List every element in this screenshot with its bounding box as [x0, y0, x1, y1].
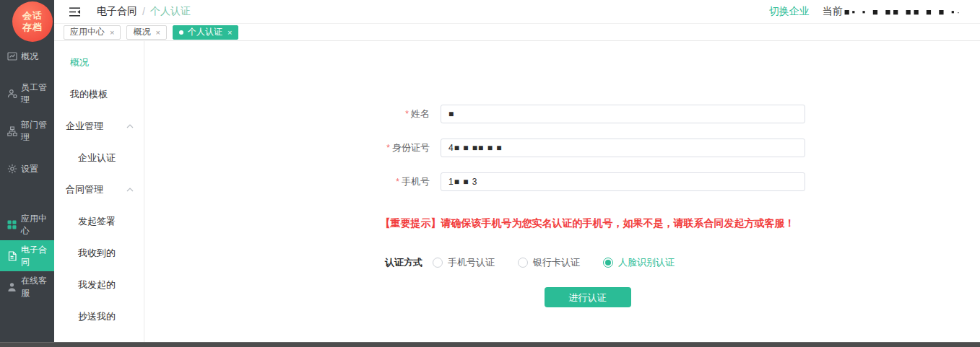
menu-item-label: 发起签署: [78, 215, 116, 228]
auth-method-row: 认证方式 手机号认证 银行卡认证 人脸识别认证: [385, 256, 980, 269]
radio-face-auth[interactable]: 人脸识别认证: [603, 256, 675, 269]
radio-label: 银行卡认证: [533, 256, 580, 269]
tab-app-center[interactable]: 应用中心 ×: [64, 25, 121, 40]
menu-item-label: 企业认证: [78, 151, 116, 164]
id-number-label: *身份证号: [144, 141, 441, 154]
tab-bar: 应用中心 × 概况 × 个人认证 ×: [54, 24, 980, 41]
menu-item-label: 概况: [70, 56, 89, 69]
sidebar-item-departments[interactable]: 部门管理: [0, 113, 54, 150]
primary-sidebar: 会话 存档 概况 员工管理 部门管理: [0, 0, 54, 347]
name-value: ■: [448, 109, 454, 119]
gear-icon: [6, 164, 17, 175]
menu-item-initiated[interactable]: 我发起的: [54, 269, 144, 301]
personal-auth-form: *姓名 ■ *身份证号 4■ ■ ■■ ■ ■ *手机号: [144, 41, 980, 307]
sidebar-item-label: 部门管理: [21, 119, 54, 144]
chevron-up-icon: [126, 188, 134, 192]
radio-phone-auth[interactable]: 手机号认证: [433, 256, 495, 269]
auth-method-label: 认证方式: [385, 256, 422, 269]
customer-service-icon: [6, 281, 17, 292]
current-company-prefix: 当前: [823, 5, 843, 18]
phone-label: *手机号: [144, 175, 441, 188]
chevron-up-icon: [126, 124, 134, 128]
close-icon[interactable]: ×: [155, 28, 160, 37]
radio-label: 手机号认证: [448, 256, 495, 269]
breadcrumb-section[interactable]: 电子合同: [97, 5, 137, 18]
radio-selected-icon: [603, 258, 613, 268]
menu-item-received[interactable]: 我收到的: [54, 237, 144, 269]
menu-item-label: 抄送我的: [78, 310, 116, 323]
topbar-right: 切换企业 当前 ■▪ ▪ ■ ■■ ■■ ■ ■ ▪·: [769, 5, 962, 18]
menu-item-overview[interactable]: 概况: [54, 47, 144, 79]
primary-nav-top: 概况 员工管理 部门管理 设置: [0, 38, 54, 188]
menu-item-cc-me[interactable]: 抄送我的: [54, 301, 144, 333]
tab-personal-auth[interactable]: 个人认证 ×: [173, 25, 238, 40]
menu-item-label: 我发起的: [78, 278, 116, 291]
sidebar-item-overview[interactable]: 概况: [0, 38, 54, 75]
breadcrumb-separator: /: [142, 6, 145, 17]
required-asterisk: *: [386, 143, 390, 153]
switch-company-link[interactable]: 切换企业: [769, 5, 810, 18]
menu-item-label: 我收到的: [78, 247, 116, 260]
sidebar-item-app-center[interactable]: 应用中心: [0, 209, 54, 240]
menu-fold-icon[interactable]: [69, 6, 81, 17]
employee-icon: [6, 89, 17, 100]
important-notice: 【重要提示】请确保该手机号为您实名认证的手机号，如果不是，请联系合同发起方或客服…: [195, 217, 980, 230]
menu-item-my-templates[interactable]: 我的模板: [54, 79, 144, 110]
close-icon[interactable]: ×: [227, 28, 232, 37]
name-label: *姓名: [144, 107, 441, 120]
sidebar-item-settings[interactable]: 设置: [0, 150, 54, 188]
org-tree-icon: [6, 126, 17, 137]
form-row-name: *姓名 ■: [144, 105, 980, 123]
sidebar-item-label: 应用中心: [21, 213, 54, 237]
main-content: *姓名 ■ *身份证号 4■ ■ ■■ ■ ■ *手机号: [144, 41, 980, 342]
menu-group-contract-mgmt[interactable]: 合同管理: [54, 174, 144, 206]
sidebar-item-label: 员工管理: [21, 82, 54, 106]
sidebar-item-label: 在线客服: [21, 275, 54, 299]
line-chart-icon: [6, 51, 17, 62]
menu-item-enterprise-auth[interactable]: 企业认证: [54, 142, 144, 174]
horizontal-scrollbar[interactable]: [0, 342, 980, 347]
current-company: 当前 ■▪ ▪ ■ ■■ ■■ ■ ■ ▪·: [823, 5, 962, 18]
radio-icon: [433, 258, 443, 268]
top-bar: 电子合同 / 个人认证 切换企业 当前 ■▪ ▪ ■ ■■ ■■ ■ ■ ▪·: [54, 0, 980, 24]
primary-nav-bottom: 应用中心 电子合同 在线客服: [0, 209, 54, 302]
contract-doc-icon: [6, 250, 17, 261]
menu-group-enterprise-mgmt[interactable]: 企业管理: [54, 110, 144, 142]
close-icon[interactable]: ×: [110, 28, 114, 37]
app-screen: 会话 存档 概况 员工管理 部门管理: [0, 0, 980, 347]
radio-icon: [518, 258, 528, 268]
required-asterisk: *: [405, 109, 409, 119]
start-auth-button[interactable]: 进行认证: [545, 287, 631, 307]
sidebar-item-customer-service[interactable]: 在线客服: [0, 271, 54, 302]
id-number-value: 4■ ■ ■■ ■ ■: [448, 143, 503, 153]
menu-group-label: 合同管理: [66, 183, 103, 196]
current-company-redacted: ■▪ ▪ ■ ■■ ■■ ■ ■ ▪·: [844, 6, 962, 17]
sidebar-item-e-contract[interactable]: 电子合同: [0, 240, 54, 271]
sidebar-item-label: 概况: [21, 50, 38, 63]
app-grid-icon: [6, 219, 17, 230]
app-logo[interactable]: 会话 存档: [12, 1, 53, 42]
form-row-phone: *手机号 1■ ■ 3: [144, 172, 980, 191]
tab-label: 概况: [133, 26, 150, 38]
breadcrumb-current: 个人认证: [150, 5, 191, 18]
menu-group-label: 企业管理: [66, 120, 103, 133]
phone-input[interactable]: 1■ ■ 3: [441, 172, 805, 191]
secondary-sidebar: 概况 我的模板 企业管理 企业认证 合同管理 发起签署 我收到的 我发起的: [54, 41, 144, 342]
sidebar-item-employees[interactable]: 员工管理: [0, 75, 54, 113]
menu-item-label: 我的模板: [70, 88, 108, 101]
radio-bankcard-auth[interactable]: 银行卡认证: [518, 256, 580, 269]
name-input[interactable]: ■: [441, 105, 805, 123]
sidebar-item-label: 电子合同: [21, 244, 54, 268]
required-asterisk: *: [396, 177, 399, 187]
submit-row: 进行认证: [195, 287, 980, 307]
logo-text-line2: 存档: [22, 22, 43, 33]
tab-label: 个人认证: [188, 26, 222, 38]
tab-overview[interactable]: 概况 ×: [126, 25, 166, 40]
radio-label: 人脸识别认证: [618, 256, 675, 269]
id-number-input[interactable]: 4■ ■ ■■ ■ ■: [441, 139, 805, 157]
menu-item-initiate-sign[interactable]: 发起签署: [54, 206, 144, 237]
form-row-id-number: *身份证号 4■ ■ ■■ ■ ■: [144, 139, 980, 157]
phone-value: 1■ ■ 3: [448, 177, 478, 187]
sidebar-item-label: 设置: [21, 163, 38, 175]
tab-label: 应用中心: [70, 26, 105, 38]
